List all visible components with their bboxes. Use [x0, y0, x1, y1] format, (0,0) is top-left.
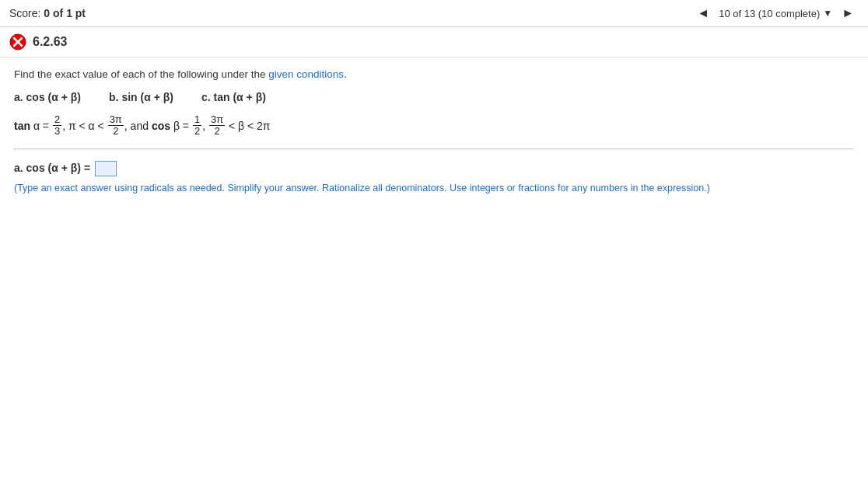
- instruction: Find the exact value of each of the foll…: [14, 68, 854, 80]
- part-a: a. cos (α + β): [14, 91, 81, 103]
- main-content: Find the exact value of each of the foll…: [0, 58, 868, 206]
- top-bar: Score: 0 of 1 pt ◄ 10 of 13 (10 complete…: [0, 0, 868, 27]
- beta-pi-fraction: 3π 2: [209, 114, 225, 138]
- parts-row: a. cos (α + β) b. sin (α + β) c. tan (α …: [14, 91, 854, 103]
- alpha-constraint: , π < α <: [62, 120, 107, 132]
- nav-dropdown-icon[interactable]: ▼: [823, 8, 832, 19]
- beta-constraint: < β < 2π: [226, 120, 270, 132]
- beta-pi-num: 3π: [209, 114, 225, 126]
- nav-info-text: 10 of 13 (10 complete): [719, 8, 820, 19]
- and-cos-label: , and cos β =: [124, 120, 192, 132]
- alpha-pi-num: 3π: [108, 114, 124, 126]
- cos-beta-den: 2: [193, 126, 201, 137]
- cos-beta-num: 1: [193, 114, 201, 126]
- prev-button[interactable]: ◄: [692, 5, 714, 22]
- nav-controls: ◄ 10 of 13 (10 complete) ▼ ►: [692, 5, 859, 22]
- hint-text: (Type an exact answer using radicals as …: [14, 181, 854, 196]
- answer-label: a. cos (α + β) =: [14, 161, 93, 173]
- problem-header: 6.2.63: [0, 27, 868, 58]
- tan-alpha-fraction: 2 3: [53, 114, 61, 138]
- part-c: c. tan (α + β): [201, 91, 266, 103]
- next-button[interactable]: ►: [837, 5, 859, 22]
- part-b: b. sin (α + β): [109, 91, 173, 103]
- alpha-pi-den: 2: [111, 126, 120, 137]
- score-label: Score:: [9, 7, 40, 19]
- score-display: Score: 0 of 1 pt: [9, 7, 86, 19]
- alpha-pi-fraction: 3π 2: [108, 114, 124, 138]
- instruction-highlight: given conditions: [268, 68, 344, 80]
- problem-number: 6.2.63: [33, 35, 67, 49]
- tan-alpha-label: tan α =: [14, 120, 52, 132]
- tan-alpha-den: 3: [53, 126, 61, 137]
- cos-beta-fraction: 1 2: [193, 114, 201, 138]
- answer-area: a. cos (α + β) =: [14, 161, 854, 176]
- conditions-line: tan α = 2 3 , π < α < 3π 2 , and cos β =…: [14, 114, 854, 138]
- tan-alpha-num: 2: [53, 114, 61, 126]
- comma-space: ,: [202, 120, 208, 132]
- nav-info: 10 of 13 (10 complete) ▼: [719, 8, 832, 19]
- beta-pi-den: 2: [212, 126, 221, 137]
- incorrect-icon: [9, 33, 26, 51]
- answer-input[interactable]: [95, 161, 117, 176]
- separator: [14, 148, 854, 150]
- score-value: 0 of 1 pt: [44, 7, 86, 19]
